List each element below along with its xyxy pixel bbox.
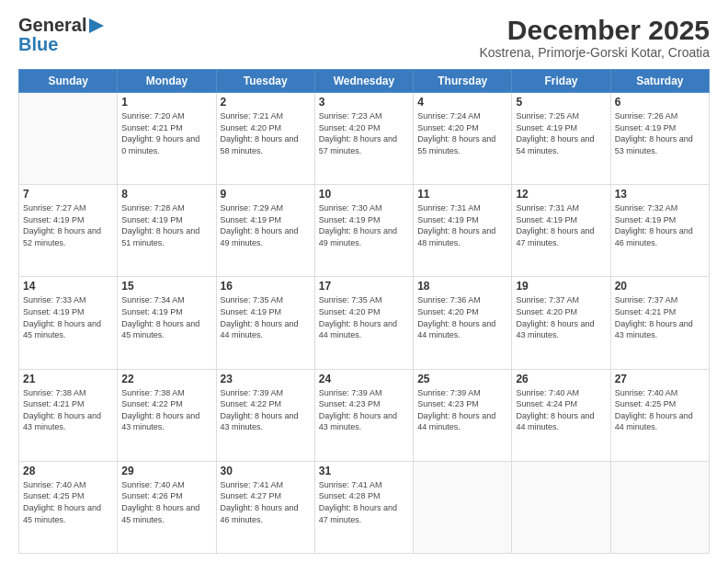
sunset-text: Sunset: 4:20 PM — [516, 306, 606, 318]
daylight-text-2: 51 minutes. — [121, 237, 211, 249]
daylight-text-2: 44 minutes. — [221, 329, 311, 341]
sunset-text: Sunset: 4:19 PM — [615, 214, 705, 226]
sunrise-text: Sunrise: 7:30 AM — [319, 202, 409, 214]
day-number: 25 — [417, 373, 507, 385]
day-info: Sunrise: 7:32 AMSunset: 4:19 PMDaylight:… — [615, 202, 705, 248]
daylight-text-2: 43 minutes. — [615, 329, 705, 341]
sunrise-text: Sunrise: 7:28 AM — [121, 202, 211, 214]
sunrise-text: Sunrise: 7:25 AM — [516, 110, 606, 122]
daylight-text-2: 46 minutes. — [615, 237, 705, 249]
day-cell: 24Sunrise: 7:39 AMSunset: 4:23 PMDayligh… — [314, 369, 413, 461]
day-info: Sunrise: 7:38 AMSunset: 4:21 PMDaylight:… — [23, 387, 113, 433]
day-cell: 22Sunrise: 7:38 AMSunset: 4:22 PMDayligh… — [118, 369, 216, 461]
day-number: 21 — [23, 373, 113, 385]
header-friday: Friday — [512, 70, 610, 93]
day-cell: 6Sunrise: 7:26 AMSunset: 4:19 PMDaylight… — [610, 93, 709, 185]
day-number: 2 — [221, 96, 311, 109]
day-info: Sunrise: 7:35 AMSunset: 4:19 PMDaylight:… — [221, 294, 311, 340]
day-number: 10 — [319, 188, 409, 201]
day-cell: 25Sunrise: 7:39 AMSunset: 4:23 PMDayligh… — [414, 369, 512, 461]
daylight-text-2: 52 minutes. — [23, 237, 113, 249]
daylight-text-2: 44 minutes. — [516, 421, 606, 433]
logo-blue: Blue — [18, 34, 58, 55]
sunset-text: Sunset: 4:19 PM — [221, 214, 311, 226]
daylight-text: Daylight: 8 hours and — [615, 318, 705, 330]
week-row-4: 21Sunrise: 7:38 AMSunset: 4:21 PMDayligh… — [19, 369, 710, 461]
sunrise-text: Sunrise: 7:35 AM — [221, 294, 311, 306]
day-cell: 29Sunrise: 7:40 AMSunset: 4:26 PMDayligh… — [118, 461, 216, 553]
sunset-text: Sunset: 4:28 PM — [319, 490, 409, 502]
day-info: Sunrise: 7:39 AMSunset: 4:23 PMDaylight:… — [319, 387, 409, 433]
sunrise-text: Sunrise: 7:38 AM — [23, 387, 113, 399]
sunrise-text: Sunrise: 7:29 AM — [221, 202, 311, 214]
daylight-text: Daylight: 8 hours and — [121, 410, 211, 422]
day-cell: 1Sunrise: 7:20 AMSunset: 4:21 PMDaylight… — [118, 93, 216, 185]
day-cell: 5Sunrise: 7:25 AMSunset: 4:19 PMDaylight… — [512, 93, 610, 185]
daylight-text: Daylight: 8 hours and — [319, 502, 409, 514]
day-info: Sunrise: 7:37 AMSunset: 4:21 PMDaylight:… — [615, 294, 705, 340]
day-number: 12 — [516, 188, 606, 201]
header-monday: Monday — [118, 70, 216, 93]
sunset-text: Sunset: 4:20 PM — [319, 122, 409, 134]
svg-marker-0 — [89, 18, 104, 33]
daylight-text: Daylight: 8 hours and — [516, 318, 606, 330]
sunset-text: Sunset: 4:20 PM — [417, 122, 507, 134]
day-cell: 4Sunrise: 7:24 AMSunset: 4:20 PMDaylight… — [414, 93, 512, 185]
day-info: Sunrise: 7:31 AMSunset: 4:19 PMDaylight:… — [516, 202, 606, 248]
day-cell: 10Sunrise: 7:30 AMSunset: 4:19 PMDayligh… — [314, 185, 413, 277]
daylight-text: Daylight: 8 hours and — [417, 318, 507, 330]
sunrise-text: Sunrise: 7:40 AM — [615, 387, 705, 399]
day-number: 28 — [23, 465, 113, 477]
sunset-text: Sunset: 4:20 PM — [417, 306, 507, 318]
week-row-2: 7Sunrise: 7:27 AMSunset: 4:19 PMDaylight… — [19, 185, 710, 277]
day-number: 19 — [516, 280, 606, 293]
week-row-3: 14Sunrise: 7:33 AMSunset: 4:19 PMDayligh… — [19, 277, 710, 369]
daylight-text-2: 44 minutes. — [417, 421, 507, 433]
daylight-text: Daylight: 8 hours and — [221, 225, 311, 237]
sunrise-text: Sunrise: 7:37 AM — [615, 294, 705, 306]
sunrise-text: Sunrise: 7:20 AM — [121, 110, 211, 122]
day-info: Sunrise: 7:31 AMSunset: 4:19 PMDaylight:… — [417, 202, 507, 248]
day-number: 23 — [221, 373, 311, 385]
day-info: Sunrise: 7:29 AMSunset: 4:19 PMDaylight:… — [221, 202, 311, 248]
day-number: 8 — [121, 188, 211, 201]
day-number: 7 — [23, 188, 113, 201]
daylight-text: Daylight: 8 hours and — [516, 225, 606, 237]
logo-general: General — [18, 15, 86, 36]
day-info: Sunrise: 7:34 AMSunset: 4:19 PMDaylight:… — [121, 294, 211, 340]
logo: General Blue — [18, 15, 104, 55]
daylight-text: Daylight: 8 hours and — [23, 410, 113, 422]
day-info: Sunrise: 7:39 AMSunset: 4:23 PMDaylight:… — [417, 387, 507, 433]
sunrise-text: Sunrise: 7:36 AM — [417, 294, 507, 306]
sunset-text: Sunset: 4:23 PM — [417, 398, 507, 410]
daylight-text-2: 43 minutes. — [319, 421, 409, 433]
day-number: 1 — [121, 96, 211, 109]
day-cell: 26Sunrise: 7:40 AMSunset: 4:24 PMDayligh… — [512, 369, 610, 461]
page: General Blue December 2025 Kostrena, Pri… — [0, 0, 728, 563]
sunset-text: Sunset: 4:25 PM — [615, 398, 705, 410]
daylight-text: Daylight: 8 hours and — [23, 318, 113, 330]
day-cell: 8Sunrise: 7:28 AMSunset: 4:19 PMDaylight… — [118, 185, 216, 277]
sunset-text: Sunset: 4:21 PM — [121, 122, 211, 134]
daylight-text-2: 0 minutes. — [121, 145, 211, 157]
daylight-text: Daylight: 8 hours and — [121, 318, 211, 330]
calendar-table: Sunday Monday Tuesday Wednesday Thursday… — [18, 69, 710, 554]
sunrise-text: Sunrise: 7:26 AM — [615, 110, 705, 122]
daylight-text: Daylight: 8 hours and — [615, 410, 705, 422]
sunrise-text: Sunrise: 7:37 AM — [516, 294, 606, 306]
header-sunday: Sunday — [19, 70, 118, 93]
day-cell: 13Sunrise: 7:32 AMSunset: 4:19 PMDayligh… — [610, 185, 709, 277]
day-info: Sunrise: 7:21 AMSunset: 4:20 PMDaylight:… — [221, 110, 311, 156]
daylight-text: Daylight: 8 hours and — [121, 225, 211, 237]
day-info: Sunrise: 7:38 AMSunset: 4:22 PMDaylight:… — [121, 387, 211, 433]
location: Kostrena, Primorje-Gorski Kotar, Croatia — [479, 45, 710, 60]
sunrise-text: Sunrise: 7:31 AM — [516, 202, 606, 214]
sunrise-text: Sunrise: 7:21 AM — [221, 110, 311, 122]
sunrise-text: Sunrise: 7:32 AM — [615, 202, 705, 214]
daylight-text-2: 48 minutes. — [417, 237, 507, 249]
week-row-5: 28Sunrise: 7:40 AMSunset: 4:25 PMDayligh… — [19, 461, 710, 553]
day-cell: 11Sunrise: 7:31 AMSunset: 4:19 PMDayligh… — [414, 185, 512, 277]
day-number: 22 — [121, 373, 211, 385]
calendar-header: Sunday Monday Tuesday Wednesday Thursday… — [19, 70, 710, 93]
daylight-text: Daylight: 8 hours and — [615, 133, 705, 145]
